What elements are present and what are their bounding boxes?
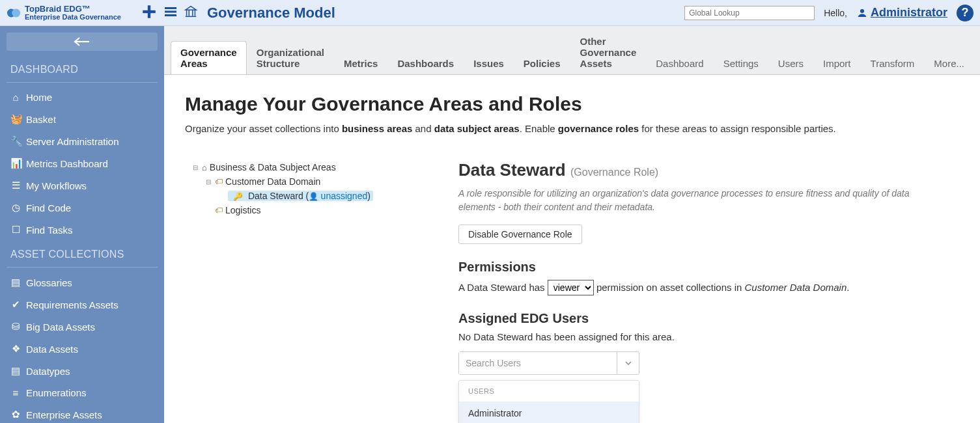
gear-icon: ✿ <box>10 409 21 420</box>
sidebar-item-basket[interactable]: 🧺Basket <box>0 108 164 130</box>
chart-icon: 📊 <box>10 157 21 169</box>
sidebar: DASHBOARD ⌂Home 🧺Basket 🔧Server Administ… <box>0 26 164 423</box>
database-icon: ⛁ <box>10 321 21 333</box>
wrench-icon: 🔧 <box>10 135 21 147</box>
permission-select[interactable]: viewer <box>548 280 594 295</box>
divider <box>7 82 158 83</box>
current-user-name: Administrator <box>871 6 947 20</box>
back-button[interactable] <box>7 33 158 51</box>
tab-organizational-structure[interactable]: Organizational Structure <box>247 41 334 74</box>
sidebar-section-asset-collections: ASSET COLLECTIONS <box>0 245 164 264</box>
tab-dashboards[interactable]: Dashboards <box>387 52 464 74</box>
add-icon[interactable] <box>141 3 158 22</box>
tree-label: Business & Data Subject Areas <box>210 162 336 172</box>
global-lookup-input[interactable] <box>684 6 815 20</box>
sidebar-item-label: Basket <box>26 114 56 125</box>
clock-icon: ◷ <box>10 202 21 213</box>
sidebar-item-label: Server Administration <box>26 136 119 147</box>
help-icon[interactable]: ? <box>957 5 973 21</box>
tab-dashboard-aux[interactable]: Dashboard <box>646 52 713 74</box>
user-icon: 👤 <box>309 192 320 201</box>
sidebar-item-enumerations[interactable]: ≡Enumerations <box>0 382 164 403</box>
list-icon: ≡ <box>10 387 21 398</box>
subtitle-bold: data subject areas <box>434 123 520 134</box>
tree-status: unassigned <box>321 191 368 201</box>
svg-point-12 <box>860 9 864 13</box>
tree-root[interactable]: ⊟ ⌂ Business & Data Subject Areas <box>191 160 432 174</box>
brand-block: TopBraid EDG™ Enterprise Data Governance <box>7 5 137 21</box>
sidebar-item-label: Home <box>26 92 52 103</box>
detail-title-text: Data Steward <box>458 160 566 180</box>
search-users-combo[interactable] <box>458 351 639 375</box>
tab-transform[interactable]: Transform <box>861 52 925 74</box>
perm-text: . <box>847 282 849 293</box>
tree-node-logistics[interactable]: 🏷 Logistics <box>191 203 432 217</box>
subtitle-bold: business areas <box>342 123 412 134</box>
governance-model-icon <box>184 5 198 21</box>
user-icon <box>856 7 868 19</box>
sidebar-item-label: Enumerations <box>26 387 87 398</box>
subtitle-text: for these areas to assign responsible pa… <box>639 123 836 134</box>
tab-settings[interactable]: Settings <box>714 52 768 74</box>
tag-icon: 🏷 <box>215 177 223 186</box>
users-dropdown: USERS Administrator <box>458 380 639 423</box>
sidebar-item-metrics-dashboard[interactable]: 📊Metrics Dashboard <box>0 152 164 174</box>
sidebar-item-glossaries[interactable]: ▤Glossaries <box>0 271 164 293</box>
no-assigned-message: No Data Steward has been assigned for th… <box>458 331 927 342</box>
sidebar-item-requirements-assets[interactable]: ✔Requirements Assets <box>0 293 164 316</box>
tree-node-customer-data-domain[interactable]: ⊟ 🏷 Customer Data Domain <box>191 174 432 189</box>
sidebar-item-label: Glossaries <box>26 277 72 288</box>
search-users-input[interactable] <box>459 352 617 374</box>
sidebar-item-label: Requirements Assets <box>26 299 119 310</box>
tab-governance-areas[interactable]: Governance Areas <box>171 41 247 74</box>
sidebar-item-my-workflows[interactable]: ☰My Workflows <box>0 174 164 197</box>
sidebar-item-label: Big Data Assets <box>26 321 95 333</box>
key-icon: 🔑 <box>233 192 243 201</box>
sidebar-item-datatypes[interactable]: ▤Datatypes <box>0 360 164 382</box>
tree-label: ) <box>367 191 371 201</box>
disable-governance-role-button[interactable]: Disable Governance Role <box>458 225 582 244</box>
dropdown-header: USERS <box>459 381 639 402</box>
tree-label: Data Steward ( <box>248 191 309 201</box>
sidebar-item-data-assets[interactable]: ❖Data Assets <box>0 338 164 360</box>
detail-description: A role responsible for utilizing an orga… <box>458 187 927 214</box>
perm-text: A Data Steward has <box>458 282 548 293</box>
page-subtitle: Organize your asset collections into bus… <box>185 123 959 134</box>
svg-point-1 <box>12 8 20 17</box>
subtitle-text: Organize your asset collections into <box>185 123 342 134</box>
sidebar-item-big-data-assets[interactable]: ⛁Big Data Assets <box>0 316 164 338</box>
sidebar-item-enterprise-assets[interactable]: ✿Enterprise Assets <box>0 403 164 423</box>
chevron-down-icon[interactable] <box>617 352 639 374</box>
sidebar-item-server-admin[interactable]: 🔧Server Administration <box>0 130 164 152</box>
assigned-users-heading: Assigned EDG Users <box>458 311 927 326</box>
tab-other-governance-assets[interactable]: Other Governance Assets <box>570 30 647 74</box>
tab-issues[interactable]: Issues <box>464 52 514 74</box>
basket-icon: 🧺 <box>10 113 21 125</box>
brand-text: TopBraid EDG™ Enterprise Data Governance <box>25 5 121 21</box>
tree-collapse-icon[interactable]: ⊟ <box>191 164 199 171</box>
book-icon: ▤ <box>10 277 21 288</box>
tab-policies[interactable]: Policies <box>514 52 570 74</box>
tree-collapse-icon[interactable]: ⊟ <box>204 178 212 185</box>
tab-users[interactable]: Users <box>768 52 813 74</box>
subtitle-text: and <box>412 123 434 134</box>
page-title: Manage Your Governance Areas and Roles <box>185 93 959 115</box>
sidebar-item-find-tasks[interactable]: ☐Find Tasks <box>0 219 164 241</box>
subtitle-bold: governance roles <box>558 123 639 134</box>
home-icon: ⌂ <box>10 92 21 103</box>
current-user-link[interactable]: Administrator <box>856 6 947 20</box>
svg-rect-5 <box>165 11 176 13</box>
sidebar-item-find-code[interactable]: ◷Find Code <box>0 197 164 219</box>
sidebar-item-home[interactable]: ⌂Home <box>0 87 164 108</box>
tabstrip: Governance Areas Organizational Structur… <box>164 26 980 75</box>
tree-node-data-steward[interactable]: 🔑 Data Steward (👤 unassigned) <box>191 189 432 203</box>
detail-title-sub: (Governance Role) <box>570 167 658 178</box>
tab-more[interactable]: More... <box>924 52 974 74</box>
dropdown-item-administrator[interactable]: Administrator <box>459 402 639 423</box>
hello-label: Hello, <box>824 8 847 18</box>
menu-icon[interactable] <box>163 4 178 21</box>
tab-metrics[interactable]: Metrics <box>334 52 388 74</box>
svg-rect-3 <box>143 10 156 13</box>
detail-panel: Data Steward (Governance Role) A role re… <box>458 160 927 375</box>
tab-import[interactable]: Import <box>813 52 861 74</box>
